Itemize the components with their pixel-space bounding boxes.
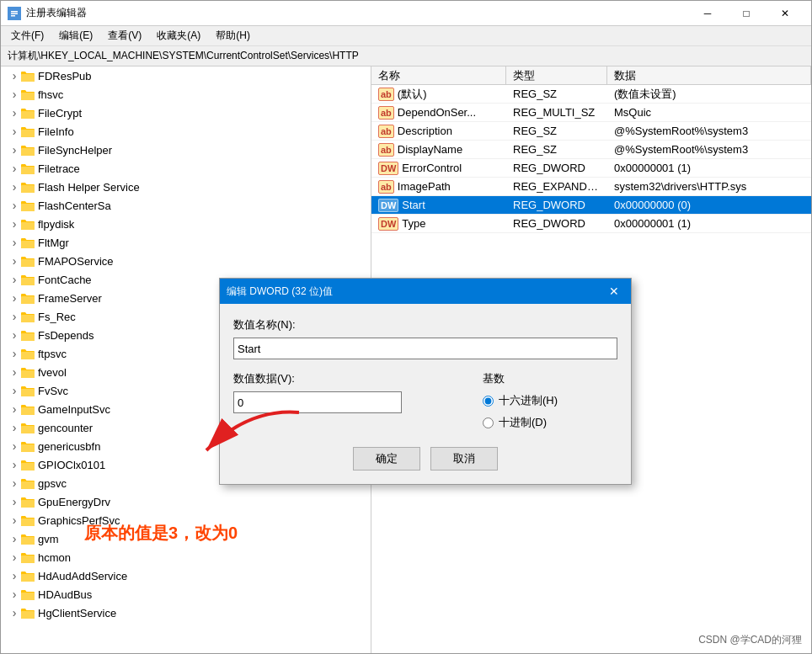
- watermark: CSDN @学CAD的河狸: [698, 633, 802, 647]
- radio-hex-label[interactable]: 十六进制(H): [483, 393, 617, 408]
- dialog-close-button[interactable]: ✕: [604, 281, 624, 301]
- data-input[interactable]: [233, 391, 402, 413]
- edit-dword-dialog: 编辑 DWORD (32 位)值 ✕ 数值名称(N): 数值数据(V): 基数 …: [219, 278, 632, 485]
- dialog-buttons: 确定 取消: [233, 447, 617, 474]
- dialog-row: 数值数据(V): 基数 十六进制(H) 十进制(D): [233, 371, 617, 430]
- name-input[interactable]: [233, 338, 617, 359]
- base-label: 基数: [483, 371, 617, 386]
- annotation: 原本的值是3，改为0: [84, 522, 238, 545]
- dialog-body: 数值名称(N): 数值数据(V): 基数 十六进制(H): [220, 304, 631, 484]
- cancel-button[interactable]: 取消: [430, 447, 498, 471]
- radio-dec-text: 十进制(D): [499, 415, 547, 430]
- radio-dec[interactable]: [483, 417, 494, 428]
- dialog-title: 编辑 DWORD (32 位)值: [227, 284, 333, 299]
- radio-hex-text: 十六进制(H): [499, 393, 558, 408]
- data-label: 数值数据(V):: [233, 371, 466, 386]
- dialog-overlay: 编辑 DWORD (32 位)值 ✕ 数值名称(N): 数值数据(V): 基数 …: [0, 0, 812, 654]
- ok-button[interactable]: 确定: [353, 447, 420, 471]
- base-section: 基数 十六进制(H) 十进制(D): [483, 371, 617, 430]
- radio-dec-label[interactable]: 十进制(D): [483, 415, 617, 430]
- annotation-text: 原本的值是3，改为0: [84, 524, 238, 542]
- radio-group: 十六进制(H) 十进制(D): [483, 393, 617, 430]
- dialog-title-bar: 编辑 DWORD (32 位)值 ✕: [220, 279, 631, 304]
- radio-hex[interactable]: [483, 396, 494, 407]
- value-section: 数值数据(V):: [233, 371, 466, 413]
- name-label: 数值名称(N):: [233, 317, 617, 332]
